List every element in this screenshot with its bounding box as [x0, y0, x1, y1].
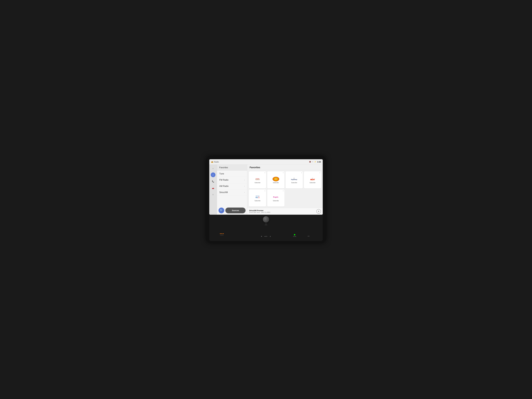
favorites-grid: + Holiday Traditions Subscribe +: [247, 170, 323, 208]
car-icon-btn[interactable]: 🚗: [211, 186, 215, 190]
mute-icon: 🔇: [309, 161, 311, 163]
fav-card-10s[interactable]: + 10s Subscribe: [267, 171, 285, 188]
sync-led: [294, 234, 295, 235]
logo-holidays: Holiday Traditions: [253, 177, 261, 181]
menu-label-fm: FM Radio: [219, 179, 228, 181]
fav-card-heat[interactable]: + the HEAT Subscribe: [304, 171, 321, 188]
header-title: Radio: [214, 161, 219, 163]
main-content: ▲ ♪ 📞 🚗 ⚙ Favorites Tune FM Radio ›: [209, 165, 323, 215]
header-left: 📻 Radio: [211, 161, 309, 163]
add-icon-holidays: +: [264, 172, 265, 174]
subscribe-label-10s: Subscribe: [273, 182, 279, 184]
auto-label: AUTO: [220, 234, 223, 236]
add-icon-hits1: +: [264, 190, 265, 192]
fan-icon: ❄: [261, 236, 262, 237]
heat-indicator-2: [221, 233, 222, 234]
left-bottom-buttons: 🔍 Sources: [217, 206, 247, 215]
fav-card-holidays[interactable]: + Holiday Traditions Subscribe: [249, 171, 266, 188]
music-icon-btn[interactable]: ♪: [211, 172, 215, 177]
fav-card-highway[interactable]: + the highway Subscribe: [285, 171, 303, 188]
menu-item-siriusxm[interactable]: SiriusXM ›: [217, 189, 247, 196]
subscribe-label-highway: Subscribe: [291, 182, 297, 184]
add-icon-10s: +: [283, 172, 284, 174]
fav-card-pop2k[interactable]: + Pop2k Subscribe: [267, 190, 285, 207]
radio-icon: 📻: [211, 161, 213, 163]
phone-icon-btn[interactable]: 📞: [211, 179, 215, 184]
bluetooth-icon: ⚡: [314, 161, 316, 163]
menu-label-siriusxm: SiriusXM: [219, 191, 228, 194]
infotainment-screen: 📻 Radio 🔇 ≋ ⚡ 3:48 ▲ ♪ 📞 🚗 ⚙: [209, 159, 323, 215]
right-panel: Favorites + Holiday Traditions Subscr: [247, 165, 323, 215]
menu-item-favorites[interactable]: Favorites: [217, 165, 247, 171]
ac-label: A/C: [308, 235, 310, 237]
subscribe-label-holidays: Subscribe: [254, 182, 260, 184]
warning-icon: ⚠: [265, 223, 267, 226]
menu-label-favorites: Favorites: [219, 166, 228, 169]
favorites-title: Favorites: [250, 166, 260, 169]
siriusxm-chevron-icon: ›: [244, 191, 245, 193]
now-playing-subtitle: Great Offer Now! · 844-711-8800: [249, 211, 270, 213]
menu-item-fm[interactable]: FM Radio ›: [217, 177, 247, 183]
menu-item-tune[interactable]: Tune: [217, 171, 247, 177]
signal-icon: ≋: [312, 161, 313, 163]
add-icon-heat: +: [319, 172, 320, 174]
add-icon-highway: +: [301, 172, 302, 174]
logo-highway: the highway: [290, 177, 298, 181]
header-bar: 📻 Radio 🔇 ≋ ⚡ 3:48: [209, 159, 323, 165]
subscribe-label-heat: Subscribe: [310, 182, 315, 184]
heat-indicator-3: [223, 233, 224, 234]
settings-icon-btn[interactable]: ⚙: [211, 192, 215, 197]
volume-knob[interactable]: [263, 216, 269, 223]
subscribe-label-pop2k: Subscribe: [273, 200, 279, 202]
now-playing-info: SiriusXM Preview Great Offer Now! · 844-…: [249, 209, 270, 213]
menu-label-am: AM Radio: [219, 185, 228, 187]
nav-icon-btn[interactable]: ▲: [211, 166, 215, 171]
heat-indicator-1: [220, 233, 221, 234]
fm-chevron-icon: ›: [244, 179, 245, 181]
logo-hits1: SIRIUSXM Hits 1: [253, 195, 261, 200]
auto-climate-label: AUTO: [264, 236, 267, 237]
menu-item-am[interactable]: AM Radio ›: [217, 183, 247, 189]
add-icon-pop2k: +: [283, 190, 284, 192]
logo-heat: the HEAT: [309, 177, 317, 181]
physical-controls: ⚠ AUTO ❄ AUTO 🌡 SYNC A/C: [209, 215, 323, 241]
sources-label: Sources: [232, 209, 239, 211]
pause-button[interactable]: ⏸: [317, 209, 321, 214]
am-chevron-icon: ›: [244, 185, 245, 187]
logo-10s: 10s: [272, 177, 280, 181]
subscribe-label-hits1: Subscribe: [254, 200, 260, 202]
car-frame: 📻 Radio 🔇 ≋ ⚡ 3:48 ▲ ♪ 📞 🚗 ⚙: [207, 157, 325, 242]
clock: 3:48: [317, 161, 321, 163]
sidebar-icons: ▲ ♪ 📞 🚗 ⚙: [209, 165, 217, 215]
seat-heat-icon: 🌡: [270, 236, 271, 237]
search-icon: 🔍: [220, 209, 223, 212]
left-menu: Favorites Tune FM Radio › AM Radio › Sir…: [217, 165, 247, 215]
now-playing-title: SiriusXM Preview: [249, 209, 270, 211]
menu-label-tune: Tune: [219, 173, 224, 175]
logo-pop2k: Pop2k: [272, 195, 280, 200]
fav-card-hits1[interactable]: + SIRIUSXM Hits 1 Subscribe: [249, 190, 266, 207]
now-playing-bar: SiriusXM Preview Great Offer Now! · 844-…: [247, 208, 323, 215]
header-right: 🔇 ≋ ⚡ 3:48: [309, 161, 321, 163]
search-button[interactable]: 🔍: [219, 208, 224, 213]
pause-icon: ⏸: [318, 210, 320, 212]
sync-label: SYNC: [293, 236, 296, 237]
sources-button[interactable]: Sources: [225, 208, 246, 213]
favorites-header: Favorites: [247, 165, 323, 170]
